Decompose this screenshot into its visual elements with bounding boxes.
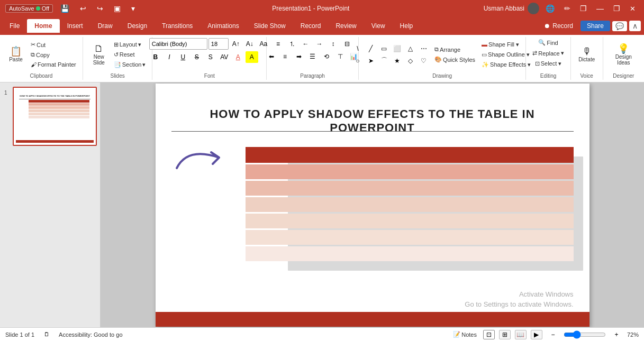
font-color-button[interactable]: A (232, 51, 244, 63)
collapse-ribbon-button[interactable]: ∧ (629, 21, 641, 31)
find-button[interactable]: 🔍 Find (536, 38, 560, 47)
italic-button[interactable]: I (163, 51, 176, 63)
shape-outline-button[interactable]: ▭ Shape Outline ▾ (479, 50, 533, 59)
numbering-button[interactable]: ⒈ (286, 38, 298, 50)
dictate-button[interactable]: 🎙 Dictate (575, 44, 598, 64)
select-button[interactable]: ⊡ Select ▾ (533, 59, 564, 68)
shape-heart-button[interactable]: ♡ (418, 55, 430, 67)
shape-more-button[interactable]: ⋯ (418, 43, 430, 54)
slide-thumbnail-1[interactable]: 1 HOW TO APPLY SHADOW EFFECTS TO THE TAB… (13, 87, 97, 146)
dec-indent-button[interactable]: ← (300, 38, 312, 50)
paste-button[interactable]: 📋 Paste (4, 44, 28, 64)
minimize-button[interactable]: — (593, 3, 607, 14)
comments-button[interactable]: 💬 (612, 21, 627, 31)
canvas-area: HOW TO APPLY SHADOW EFFECTS TO THE TABLE… (101, 82, 644, 327)
cut-button[interactable]: ✂ Cut (29, 40, 78, 49)
shape-line-button[interactable]: \ (351, 43, 364, 54)
autosave-badge[interactable]: AutoSave Off (5, 4, 53, 13)
underline-button[interactable]: U (177, 51, 189, 63)
editing-content: 🔍 Find ⇄ Replace ▾ ⊡ Select ▾ (530, 38, 566, 71)
shape-roundrect-button[interactable]: ⬜ (391, 43, 404, 54)
format-painter-button[interactable]: 🖌 Format Painter (29, 60, 78, 69)
tab-animations[interactable]: Animations (200, 19, 246, 33)
slide-notes-toggle[interactable]: 🗒 (42, 330, 51, 339)
increase-font-button[interactable]: A↑ (230, 38, 242, 50)
copy-button[interactable]: ⧉ Copy (29, 50, 78, 59)
edge-icon-button[interactable]: 🌐 (542, 3, 558, 14)
pen-icon-button[interactable]: ✏ (561, 3, 574, 14)
zoom-in-button[interactable]: + (610, 329, 623, 340)
slideshow-view-button[interactable]: ▶ (531, 330, 542, 339)
tab-design[interactable]: Design (120, 19, 155, 33)
notes-button[interactable]: 📝 Notes (451, 330, 479, 339)
align-left-button[interactable]: ⬅ (265, 51, 278, 62)
tab-file[interactable]: File (2, 19, 27, 33)
text-direction-button[interactable]: ⟲ (320, 51, 333, 62)
shape-fill-button[interactable]: ▬ Shape Fill ▾ (479, 40, 533, 49)
presentation-mode-button[interactable]: ▣ (111, 3, 124, 14)
font-size-input[interactable] (208, 38, 229, 50)
shadow-button[interactable]: S (204, 51, 217, 63)
slide-canvas[interactable]: HOW TO APPLY SHADOW EFFECTS TO THE TABLE… (156, 84, 589, 327)
replace-button[interactable]: ⇄ Replace ▾ (530, 49, 566, 58)
reset-button[interactable]: ↺ Reset (112, 50, 148, 59)
tab-view[interactable]: View (364, 19, 393, 33)
char-spacing-button[interactable]: AV (218, 51, 231, 63)
redo-button[interactable]: ↪ (94, 3, 106, 14)
bullets-button[interactable]: ≡ (272, 38, 285, 50)
shape-effects-button[interactable]: ✨ Shape Effects ▾ (479, 60, 533, 69)
arrange-button[interactable]: ⧉ Arrange (432, 45, 477, 54)
shape-curve-button[interactable]: ⌒ (378, 55, 391, 67)
clipboard-group: 📋 Paste ✂ Cut ⧉ Copy 🖌 Format Painter Cl… (0, 37, 83, 80)
tab-transitions[interactable]: Transitions (155, 19, 200, 33)
zoom-slider[interactable] (564, 330, 606, 339)
shape-tri-button[interactable]: △ (404, 43, 417, 54)
share-button[interactable]: Share (580, 21, 610, 31)
shape-arrow-button[interactable]: ➤ (365, 55, 377, 67)
tab-slideshow[interactable]: Slide Show (247, 19, 293, 33)
undo-button[interactable]: ↩ (77, 3, 89, 14)
layout-button[interactable]: ⊞ Layout ▾ (112, 40, 148, 49)
align-center-button[interactable]: ≡ (279, 51, 292, 62)
shape-line2-button[interactable]: ╱ (365, 43, 377, 54)
zoom-out-button[interactable]: − (547, 329, 559, 340)
reading-view-button[interactable]: 📖 (515, 330, 527, 339)
app-body: 1 HOW TO APPLY SHADOW EFFECTS TO THE TAB… (0, 82, 644, 327)
cut-label: Cut (37, 42, 46, 48)
tab-insert[interactable]: Insert (60, 19, 90, 33)
strikethrough-button[interactable]: S (191, 51, 203, 63)
section-button[interactable]: 📑 Section ▾ (112, 60, 148, 69)
tab-help[interactable]: Help (393, 19, 421, 33)
shape-circle-button[interactable]: ○ (351, 55, 364, 67)
shape-rect-button[interactable]: ▭ (378, 43, 391, 54)
shape-diamond-button[interactable]: ◇ (404, 55, 417, 67)
autosave-state: Off (42, 5, 49, 12)
tab-record[interactable]: Record (293, 19, 329, 33)
new-slide-button[interactable]: 🗋 New Slide (87, 42, 111, 68)
inc-indent-button[interactable]: → (313, 38, 326, 50)
shape-star-button[interactable]: ★ (391, 55, 404, 67)
align-text-button[interactable]: ⊤ (334, 51, 347, 62)
normal-view-button[interactable]: ⊡ (483, 330, 495, 339)
line-spacing-button[interactable]: ↕ (327, 38, 340, 50)
slide-sorter-button[interactable]: ⊞ (499, 330, 511, 339)
tab-draw[interactable]: Draw (90, 19, 120, 33)
bold-button[interactable]: B (149, 51, 162, 63)
font-content: A↑ A↓ Aa B I U S S AV A A (149, 38, 270, 71)
maximize-button[interactable]: ❐ (610, 3, 623, 14)
tab-home[interactable]: Home (27, 19, 59, 33)
customize-button[interactable]: ▾ (128, 3, 138, 14)
restore-button[interactable]: ❐ (577, 3, 590, 14)
font-name-input[interactable] (149, 38, 207, 50)
close-button[interactable]: ✕ (627, 4, 639, 14)
highlight-button[interactable]: A (246, 51, 258, 63)
design-ideas-button[interactable]: 💡 Design Ideas (607, 42, 640, 68)
justify-button[interactable]: ☰ (306, 51, 319, 62)
tab-review[interactable]: Review (328, 19, 364, 33)
align-right-button[interactable]: ➡ (293, 51, 305, 62)
save-button[interactable]: 💾 (57, 3, 72, 14)
decrease-font-button[interactable]: A↓ (243, 38, 256, 50)
record-button[interactable]: ⏺ Record (539, 21, 578, 31)
slide-thumb-row0 (29, 100, 89, 103)
quick-styles-button[interactable]: 🎨 Quick Styles (432, 55, 477, 64)
